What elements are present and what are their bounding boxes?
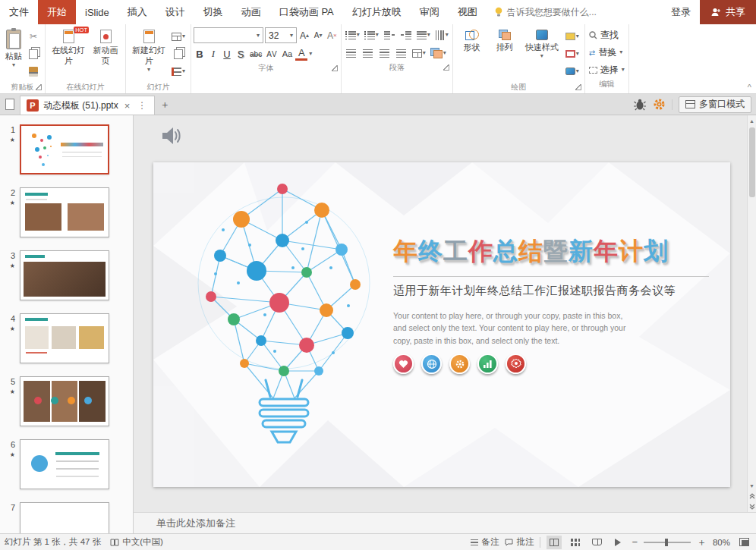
comments-toggle-button[interactable]: 批注 [505,536,534,548]
tab-design[interactable]: 设计 [156,0,194,24]
normal-view-button[interactable] [547,536,562,549]
close-tab-icon[interactable]: × [123,100,132,112]
align-center-button[interactable] [361,46,376,61]
paste-button[interactable]: 粘贴 ▾ [4,27,24,80]
sign-in-button[interactable]: 登录 [662,0,700,24]
globe-icon[interactable] [421,354,442,374]
shape-outline-button[interactable]: ▾ [564,46,581,61]
fit-to-window-button[interactable] [736,536,751,549]
seal-badge-icon[interactable] [506,354,526,374]
slide-thumbnail[interactable] [20,439,109,489]
copy-button[interactable] [26,46,41,61]
animation-plugin-icon[interactable] [633,99,647,111]
font-color-button[interactable]: A [295,48,307,61]
share-button[interactable]: 共享 [700,0,756,24]
text-direction-button[interactable]: ▾ [433,27,450,42]
bar-chart-icon[interactable] [477,354,498,374]
new-tab-button[interactable]: ＋ [155,94,175,115]
character-spacing-button[interactable]: AV [265,46,279,61]
previous-slide-button[interactable] [748,491,756,501]
font-color-dropdown-icon[interactable]: ▾ [309,51,312,57]
multi-window-mode-button[interactable]: 多窗口模式 [679,96,751,113]
heart-icon[interactable] [393,354,414,374]
tab-file[interactable]: 文件 [0,0,38,24]
slide-editor[interactable]: 年终工作总结暨新年计划 适用于新年计划年终总结工作汇报述职报告商务会议等 You… [153,162,730,487]
new-animation-page-button[interactable]: 新动画页 [90,27,121,80]
collapse-ribbon-button[interactable]: ^ [748,83,751,92]
slide-thumbnail[interactable] [20,187,109,237]
tab-view[interactable]: 视图 [449,0,487,24]
slide-subtitle[interactable]: 适用于新年计划年终总结工作汇报述职报告商务会议等 [393,284,676,298]
zoom-in-button[interactable]: ＋ [697,537,707,547]
increase-indent-button[interactable] [398,27,414,42]
convert-smartart-button[interactable]: ▾ [429,46,448,61]
clipboard-dialog-launcher-icon[interactable] [36,84,42,90]
cut-button[interactable]: ✂ [26,29,41,44]
reading-view-button[interactable] [589,536,604,549]
shape-effects-button[interactable]: ▾ [564,64,581,79]
audio-speaker-icon[interactable] [159,124,182,147]
zoom-slider[interactable] [644,542,691,543]
decrease-font-button[interactable]: A▾ [312,28,324,43]
reset-button[interactable] [170,46,187,61]
increase-font-button[interactable]: A▾ [298,28,310,43]
slide-thumbnail[interactable] [20,376,109,426]
align-left-button[interactable] [344,46,359,61]
slide-canvas[interactable]: 年终工作总结暨新年计划 适用于新年计划年终总结工作汇报述职报告商务会议等 You… [134,115,756,512]
change-case-button[interactable]: Aa [281,46,294,61]
tab-insert[interactable]: 插入 [118,0,156,24]
replace-button[interactable]: ⇄ 替换 ▾ [587,45,626,60]
canvas-scrollbar[interactable]: ▲ ▼ [747,115,756,512]
tab-review[interactable]: 审阅 [411,0,449,24]
slide-thumbnail[interactable] [20,502,109,533]
slide-sorter-view-button[interactable] [568,536,583,549]
format-painter-button[interactable] [26,64,41,79]
scroll-down-icon[interactable]: ▼ [748,480,756,491]
slide-body-text[interactable]: Your content to play here, or through yo… [393,310,633,347]
new-document-button[interactable] [0,94,20,115]
tab-slideshow[interactable]: 幻灯片放映 [343,0,411,24]
tab-islide[interactable]: iSlide [76,0,118,24]
font-size-combo[interactable]: 32▾ [265,27,297,43]
layout-button[interactable]: ▾ [170,29,187,44]
slide-thumbnail[interactable] [20,250,109,300]
tab-animations[interactable]: 动画 [232,0,270,24]
zoom-slider-thumb[interactable] [665,539,668,546]
slide-thumbnail[interactable] [20,124,109,174]
slide-thumbnail[interactable] [20,313,109,363]
online-slides-button[interactable]: HOT 在线幻灯片 [49,27,87,80]
paragraph-dialog-launcher-icon[interactable] [443,64,449,71]
font-dialog-launcher-icon[interactable] [332,65,338,71]
strikethrough-button[interactable]: abc [248,46,263,61]
clear-formatting-button[interactable]: A× [326,28,339,43]
numbering-button[interactable]: ▾ [363,27,380,42]
select-button[interactable]: 选择 ▾ [587,62,626,77]
notes-pane[interactable]: 单击此处添加备注 [134,512,756,533]
new-slide-button[interactable]: 新建幻灯片 ▾ [130,27,168,80]
tab-menu-icon[interactable]: ⋮ [136,100,148,111]
document-tab-active[interactable]: P 动态模板 (51).pptx × ⋮ [20,96,155,115]
shapes-button[interactable]: 形状 [457,27,487,80]
scroll-up-icon[interactable]: ▲ [748,115,756,126]
tab-home[interactable]: 开始 [38,0,76,24]
next-slide-button[interactable] [748,501,756,512]
slideshow-view-button[interactable] [610,536,625,549]
lightbulb-graphic[interactable] [193,174,375,452]
underline-button[interactable]: U [221,46,233,61]
tell-me-box[interactable]: 告诉我您想要做什么... [487,0,604,24]
bullets-button[interactable]: ▾ [344,27,361,42]
scrollbar-thumb[interactable] [749,127,755,197]
zoom-out-button[interactable]: − [632,537,638,547]
language-button[interactable]: 中文(中国) [110,536,163,548]
slide-title[interactable]: 年终工作总结暨新年计划 [393,235,669,269]
columns-button[interactable]: ▾ [411,46,427,61]
gears-icon[interactable] [449,354,470,374]
notes-toggle-button[interactable]: 备注 [471,536,499,548]
quick-styles-button[interactable]: 快速样式 ▾ [522,27,562,80]
decrease-indent-button[interactable] [382,27,397,42]
justify-button[interactable] [394,46,409,61]
italic-button[interactable]: I [207,46,219,61]
align-right-button[interactable] [377,46,392,61]
drawing-dialog-launcher-icon[interactable] [575,84,581,90]
section-button[interactable]: ▾ [170,64,187,79]
